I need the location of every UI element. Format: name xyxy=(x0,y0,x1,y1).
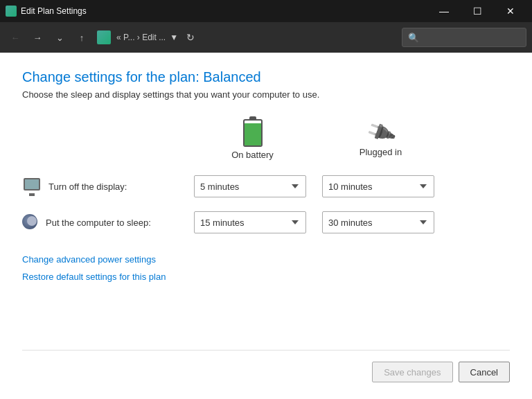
plugged-in-header: 🔌 Plugged in xyxy=(317,116,445,168)
address-path: « P... › Edit ... xyxy=(116,33,166,42)
maximize-button[interactable]: ☐ xyxy=(461,0,493,22)
address-icon xyxy=(97,30,111,44)
main-content: Change settings for the plan: Balanced C… xyxy=(0,53,532,399)
window-title: Edit Plan Settings xyxy=(21,6,428,16)
sleep-icon xyxy=(22,214,39,231)
search-icon: 🔍 xyxy=(408,33,419,43)
window-controls: — ☐ ✕ xyxy=(428,0,526,22)
label-column-header xyxy=(22,116,188,168)
close-button[interactable]: ✕ xyxy=(495,0,526,22)
refresh-button[interactable]: ↻ xyxy=(181,28,200,47)
app-icon xyxy=(6,6,17,17)
minimize-button[interactable]: — xyxy=(428,0,460,22)
search-box[interactable]: 🔍 xyxy=(402,28,526,47)
restore-defaults-link[interactable]: Restore default settings for this plan xyxy=(22,272,510,282)
forward-button[interactable]: → xyxy=(28,28,47,47)
sleep-plugged-select-cell: 30 minutes 1 minute 2 minutes 3 minutes … xyxy=(317,204,445,240)
display-icon xyxy=(22,177,42,196)
settings-grid: On battery 🔌 Plugged in Turn off the dis… xyxy=(22,116,510,240)
page-subtitle: Choose the sleep and display settings th… xyxy=(22,89,510,100)
display-plugged-select-cell: 10 minutes 1 minute 2 minutes 3 minutes … xyxy=(317,168,445,204)
sleep-battery-select[interactable]: 15 minutes 1 minute 2 minutes 3 minutes … xyxy=(194,211,306,233)
sleep-battery-select-cell: 15 minutes 1 minute 2 minutes 3 minutes … xyxy=(188,204,317,240)
display-setting-label-cell: Turn off the display: xyxy=(22,168,188,204)
sleep-plugged-select[interactable]: 30 minutes 1 minute 2 minutes 3 minutes … xyxy=(322,211,434,233)
save-changes-button[interactable]: Save changes xyxy=(372,362,452,382)
plugged-in-label: Plugged in xyxy=(360,147,402,157)
sleep-setting-label-cell: Put the computer to sleep: xyxy=(22,204,188,240)
links-section: Change advanced power settings Restore d… xyxy=(22,254,510,282)
address-dropdown-button[interactable]: ▼ xyxy=(170,33,178,42)
cancel-button[interactable]: Cancel xyxy=(459,362,510,382)
display-battery-select-cell: 5 minutes 1 minute 2 minutes 3 minutes 1… xyxy=(188,168,317,204)
on-battery-header: On battery xyxy=(188,116,317,168)
on-battery-label: On battery xyxy=(231,150,274,160)
display-battery-select[interactable]: 5 minutes 1 minute 2 minutes 3 minutes 1… xyxy=(194,175,306,197)
back-button[interactable]: ← xyxy=(6,28,25,47)
advanced-power-settings-link[interactable]: Change advanced power settings xyxy=(22,254,510,265)
sleep-setting-label: Put the computer to sleep: xyxy=(46,218,151,228)
display-plugged-select[interactable]: 10 minutes 1 minute 2 minutes 3 minutes … xyxy=(322,175,434,197)
recent-button[interactable]: ⌄ xyxy=(50,28,69,47)
footer: Save changes Cancel xyxy=(22,350,510,388)
plug-icon: 🔌 xyxy=(364,115,397,148)
title-bar: Edit Plan Settings — ☐ ✕ xyxy=(0,0,532,22)
page-title: Change settings for the plan: Balanced xyxy=(22,69,510,85)
address-bar: ← → ⌄ ↑ « P... › Edit ... ▼ ↻ 🔍 xyxy=(0,22,532,53)
up-button[interactable]: ↑ xyxy=(72,28,91,47)
display-setting-label: Turn off the display: xyxy=(48,181,127,192)
